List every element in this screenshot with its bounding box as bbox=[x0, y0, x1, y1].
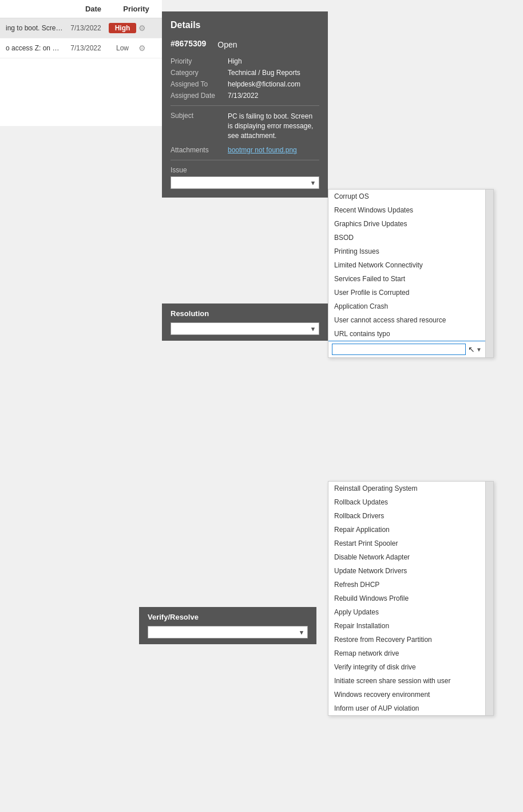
subject-row: Subject PC is failing to boot. Screen is… bbox=[171, 112, 319, 140]
chevron-down-icon: ▼ bbox=[310, 326, 316, 332]
assigned-to-label: Assigned To bbox=[171, 80, 228, 88]
verify-title: Verify/Resolve bbox=[148, 613, 308, 621]
scrollbar[interactable] bbox=[485, 482, 493, 715]
issue-select-wrapper: ▼ bbox=[171, 176, 319, 189]
resolution-option[interactable]: Verify integrity of disk drive bbox=[328, 660, 485, 674]
settings-icon[interactable]: ⚙ bbox=[138, 23, 146, 33]
resolution-input[interactable] bbox=[171, 322, 319, 335]
priority-badge: High bbox=[109, 23, 136, 33]
issue-option[interactable]: Limited Network Connectivity bbox=[328, 258, 485, 272]
verify-select-wrapper: ▼ bbox=[148, 626, 308, 638]
resolution-dropdown: Reinstall Operating System Rollback Upda… bbox=[328, 481, 494, 716]
resolution-select-wrapper: ▼ bbox=[171, 322, 319, 335]
resolution-option[interactable]: Update Network Drivers bbox=[328, 564, 485, 578]
resolution-option[interactable]: Reinstall Operating System bbox=[328, 482, 485, 495]
ticket-list-panel: Date Priority ing to boot. Screen i... 7… bbox=[0, 0, 162, 126]
issue-option[interactable]: Services Failed to Start bbox=[328, 272, 485, 286]
detail-assigned-row: Assigned To helpdesk@fictional.com bbox=[171, 80, 319, 88]
date-col-header: Date bbox=[70, 5, 116, 13]
resolution-option[interactable]: Repair Installation bbox=[328, 619, 485, 633]
resolution-panel: Resolution ▼ bbox=[162, 303, 328, 341]
ticket-subject: ing to boot. Screen i... bbox=[6, 24, 63, 32]
attachments-row: Attachments bootmgr not found.png bbox=[171, 146, 319, 154]
issue-label: Issue bbox=[171, 166, 319, 174]
details-title: Details bbox=[171, 20, 319, 30]
resolution-option[interactable]: Remap network drive bbox=[328, 647, 485, 660]
resolution-option[interactable]: Repair Application bbox=[328, 523, 485, 537]
resolution-option[interactable]: Rollback Updates bbox=[328, 495, 485, 509]
resolution-title: Resolution bbox=[171, 309, 319, 318]
cursor-icon: ↖ bbox=[468, 345, 475, 354]
resolution-option[interactable]: Refresh DHCP bbox=[328, 578, 485, 592]
resolution-option[interactable]: Disable Network Adapter bbox=[328, 550, 485, 564]
issue-option[interactable]: Application Crash bbox=[328, 299, 485, 313]
issue-option[interactable]: Corrupt OS bbox=[328, 190, 485, 203]
issue-input[interactable] bbox=[171, 176, 319, 189]
detail-category-row: Category Technical / Bug Reports bbox=[171, 69, 319, 77]
issue-option[interactable]: URL contains typo bbox=[328, 327, 485, 341]
ticket-row[interactable]: o access Z: on my co... 7/13/2022 Low ⚙ bbox=[0, 38, 162, 58]
assigned-date-label: Assigned Date bbox=[171, 92, 228, 100]
ticket-date: 7/13/2022 bbox=[63, 24, 109, 32]
ticket-status: Open bbox=[217, 40, 237, 49]
priority-label: Priority bbox=[171, 57, 228, 65]
chevron-down-icon: ▼ bbox=[310, 180, 316, 186]
category-label: Category bbox=[171, 69, 228, 77]
resolution-option[interactable]: Rollback Drivers bbox=[328, 509, 485, 523]
attachments-label: Attachments bbox=[171, 146, 228, 154]
assigned-date-value: 7/13/2022 bbox=[228, 92, 319, 100]
resolution-option[interactable]: Initiate screen share session with user bbox=[328, 674, 485, 688]
issue-option[interactable]: Graphics Drive Updates bbox=[328, 217, 485, 231]
verify-panel: Verify/Resolve ▼ bbox=[139, 607, 316, 644]
ticket-row[interactable]: ing to boot. Screen i... 7/13/2022 High … bbox=[0, 18, 162, 38]
settings-icon[interactable]: ⚙ bbox=[138, 44, 146, 53]
resolution-option[interactable]: Rebuild Windows Profile bbox=[328, 592, 485, 605]
resolution-option[interactable]: Apply Updates bbox=[328, 605, 485, 619]
verify-input[interactable] bbox=[148, 626, 308, 638]
resolution-option[interactable]: Inform user of AUP violation bbox=[328, 701, 485, 715]
issue-option[interactable]: BSOD bbox=[328, 231, 485, 245]
issue-option[interactable]: Recent Windows Updates bbox=[328, 203, 485, 217]
ticket-subject: o access Z: on my co... bbox=[6, 44, 63, 52]
list-header: Date Priority bbox=[0, 0, 162, 18]
resolution-option[interactable]: Windows recovery environment bbox=[328, 688, 485, 701]
resolution-option[interactable]: Restart Print Spooler bbox=[328, 537, 485, 550]
priority-badge: Low bbox=[109, 43, 136, 53]
issue-option[interactable]: User Profile is Corrupted bbox=[328, 286, 485, 299]
ticket-date: 7/13/2022 bbox=[63, 44, 109, 52]
subject-value: PC is failing to boot. Screen is display… bbox=[228, 112, 319, 140]
ticket-number: #8675309 bbox=[171, 39, 206, 48]
detail-priority-row: Priority High bbox=[171, 57, 319, 65]
details-panel: Details #8675309 Open Priority High Cate… bbox=[162, 11, 328, 198]
issue-option[interactable]: User cannot access shared resource bbox=[328, 313, 485, 327]
scrollbar[interactable] bbox=[485, 190, 493, 357]
assigned-to-value: helpdesk@fictional.com bbox=[228, 80, 319, 88]
issue-option[interactable]: Printing Issues bbox=[328, 245, 485, 258]
detail-assigned-date-row: Assigned Date 7/13/2022 bbox=[171, 92, 319, 100]
category-value: Technical / Bug Reports bbox=[228, 69, 319, 77]
issue-dropdown: Corrupt OS Recent Windows Updates Graphi… bbox=[328, 189, 494, 358]
priority-col-header: Priority bbox=[116, 5, 156, 13]
subject-label: Subject bbox=[171, 112, 228, 140]
ticket-num-row: #8675309 Open bbox=[171, 39, 319, 50]
priority-value: High bbox=[228, 57, 319, 65]
dropdown-chevron-icon: ▼ bbox=[476, 346, 482, 353]
resolution-option[interactable]: Restore from Recovery Partition bbox=[328, 633, 485, 647]
chevron-down-icon: ▼ bbox=[299, 629, 304, 636]
attachment-link[interactable]: bootmgr not found.png bbox=[228, 146, 319, 154]
